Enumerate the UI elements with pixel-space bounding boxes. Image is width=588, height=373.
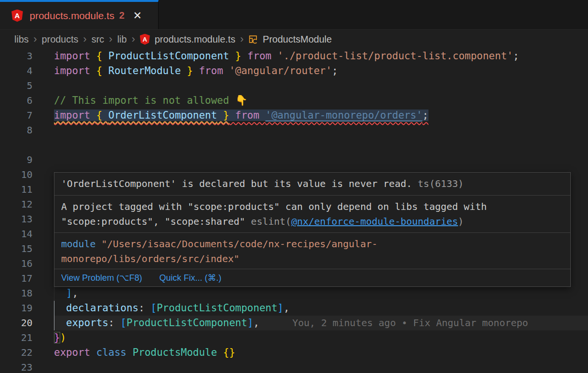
code-token: ] [247, 317, 254, 329]
breadcrumb-item-products[interactable]: products [42, 34, 78, 45]
line-number[interactable]: 8 [0, 123, 54, 138]
code-line-content[interactable]: import { RouterModule } from '@angular/r… [54, 64, 588, 78]
code-token: , [253, 317, 259, 329]
code-line-6: 6// This import is not allowed 👇 [0, 93, 588, 108]
code-token: { [96, 50, 108, 62]
code-token: { [96, 110, 108, 121]
line-number[interactable]: 21 [0, 330, 54, 345]
tab-products-module-ts[interactable]: A products.module.ts 2 ✕ [0, 0, 159, 29]
code-editor[interactable]: 3import { ProductListComponent } from '.… [0, 49, 588, 373]
code-line-content[interactable]: declarations: [ProductListComponent], [54, 301, 588, 316]
code-token: ProductListComponent [157, 302, 278, 314]
eslint-message-line1: A project tagged with "scope:products" c… [61, 199, 564, 214]
line-number[interactable]: 4 [0, 64, 54, 78]
breadcrumb-item-lib[interactable]: lib [117, 34, 127, 45]
error-hover-popup: 'OrderListComponent' is declared but its… [54, 172, 571, 287]
line-number[interactable]: 15 [0, 241, 54, 256]
line-number[interactable]: 17 [0, 271, 54, 286]
line-number[interactable]: 5 [0, 78, 54, 93]
line-number[interactable]: 20 [0, 316, 54, 330]
module-path-line2: monorepo/libs/orders/src/index" [61, 252, 564, 266]
code-line-content[interactable]: export class ProductsModule {} [54, 345, 588, 360]
code-token: } [54, 332, 60, 343]
module-keyword: module [61, 238, 96, 250]
chevron-right-icon: › [131, 33, 135, 45]
eslint-source-prefix: eslint( [251, 216, 291, 227]
code-line-9: 9 [0, 153, 588, 167]
code-line-20: 20 exports: [ProductListComponent],You, … [0, 316, 588, 330]
breadcrumb-item-file[interactable]: products.module.ts [155, 34, 235, 45]
line-number[interactable]: 18 [0, 286, 54, 301]
code-line-content[interactable]: // This import is not allowed 👇 [54, 93, 588, 108]
line-number[interactable]: 10 [0, 167, 54, 182]
code-token: {} [223, 347, 235, 358]
code-token: import [54, 110, 96, 121]
code-token: RouterModule [108, 65, 181, 77]
line-number[interactable]: 12 [0, 197, 54, 212]
code-line-content[interactable]: }) [54, 330, 588, 345]
code-line-8: 8 [0, 123, 588, 138]
chevron-right-icon: › [33, 33, 37, 45]
eslint-rule-link[interactable]: @nx/enforce-module-boundaries [291, 216, 458, 227]
code-token: } [181, 65, 193, 77]
close-icon[interactable]: ✕ [133, 11, 142, 21]
git-blame-annotation: You, 2 minutes ago • Fix Angular monorep… [292, 317, 528, 329]
quick-fix-button[interactable]: Quick Fix... (⌘.) [159, 273, 221, 283]
line-number[interactable]: 19 [0, 301, 54, 316]
code-token: : [139, 302, 150, 314]
code-line-content[interactable] [54, 153, 588, 167]
code-token: ] [54, 287, 72, 299]
breadcrumb-item-src[interactable]: src [91, 34, 104, 45]
code-line-content[interactable] [54, 123, 588, 138]
breadcrumb-item-symbol[interactable]: ProductsModule [263, 34, 332, 45]
code-token: : [108, 317, 120, 329]
indent-guide [54, 286, 54, 301]
code-token: exports [54, 317, 108, 329]
line-number[interactable] [0, 138, 54, 153]
line-number[interactable]: 9 [0, 153, 54, 167]
code-token: class [96, 347, 133, 358]
code-token: , [284, 302, 290, 314]
line-number[interactable]: 3 [0, 49, 54, 64]
hover-actions: View Problem (⌥F8) Quick Fix... (⌘.) [54, 269, 570, 286]
line-number[interactable]: 7 [0, 108, 54, 123]
code-token: '@angular-monorepo/orders' [266, 110, 423, 121]
line-number[interactable]: 23 [0, 360, 54, 373]
code-token: from [241, 50, 278, 62]
line-number[interactable]: 22 [0, 345, 54, 360]
code-token: ProductsModule [132, 347, 223, 358]
code-line-22: 22export class ProductsModule {} [0, 345, 588, 360]
code-line-content[interactable] [54, 78, 588, 93]
eslint-source-suffix: ) [458, 216, 464, 227]
hover-eslint-diagnostic: A project tagged with "scope:products" c… [54, 195, 570, 232]
code-line-content[interactable]: ], [54, 286, 588, 301]
code-line-content[interactable]: exports: [ProductListComponent],You, 2 m… [54, 316, 588, 330]
ts-error-message: 'OrderListComponent' is declared but its… [61, 178, 412, 189]
hover-ts-diagnostic: 'OrderListComponent' is declared but its… [54, 173, 570, 195]
code-line-content[interactable] [54, 138, 588, 153]
code-token: import [54, 50, 96, 62]
code-token: '@angular/router' [229, 65, 332, 77]
code-token: { [96, 65, 108, 77]
code-line-5: 5 [0, 78, 588, 93]
line-number[interactable]: 6 [0, 93, 54, 108]
line-number[interactable]: 14 [0, 227, 54, 241]
line-number[interactable]: 13 [0, 212, 54, 227]
code-token: declarations [54, 302, 139, 314]
code-line-21: 21}) [0, 330, 588, 345]
eslint-message-line2: "scope:products", "scope:shared" [61, 216, 251, 227]
code-line-content[interactable]: import { ProductListComponent } from './… [54, 49, 588, 64]
code-token: ; [513, 50, 519, 62]
line-number[interactable]: 11 [0, 182, 54, 197]
code-line-18: 18 ], [0, 286, 588, 301]
line-number[interactable]: 16 [0, 256, 54, 271]
breadcrumb-item-libs[interactable]: libs [14, 34, 29, 45]
view-problem-button[interactable]: View Problem (⌥F8) [61, 273, 142, 283]
code-line-content[interactable] [54, 360, 588, 373]
code-line-19: 19 declarations: [ProductListComponent], [0, 301, 588, 316]
code-token: export [54, 347, 96, 358]
code-token: OrderListComponent [108, 110, 217, 121]
warning-squiggle-range: import { OrderListComponent } [54, 110, 229, 121]
code-line-content[interactable]: import { OrderListComponent } from '@ang… [54, 108, 588, 123]
code-token: ProductListComponent [108, 50, 229, 62]
